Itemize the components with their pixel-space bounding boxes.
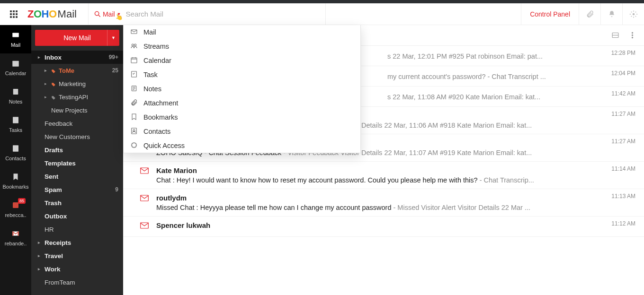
settings-button[interactable]: [622, 3, 644, 25]
rail-item-label: rebande..: [5, 241, 27, 246]
folder-label: ToMe: [59, 67, 74, 74]
notifications-button[interactable]: [600, 3, 622, 25]
avatar-icon: 85: [11, 201, 20, 210]
message-row[interactable]: Spencer lukwah 11:12 AM: [123, 217, 644, 237]
svg-rect-21: [13, 117, 18, 123]
scope-option-label: Contacts: [143, 128, 170, 135]
folder-travel[interactable]: ▸Travel: [31, 249, 123, 262]
folder-hr[interactable]: HR: [31, 223, 123, 236]
rail-item-mail[interactable]: Mail: [0, 25, 31, 53]
scope-option-attachment[interactable]: Attachment: [124, 96, 360, 110]
folder-count: 9: [115, 186, 118, 193]
svg-point-28: [632, 32, 633, 33]
rail-item-bookmarks[interactable]: Bookmarks: [0, 167, 31, 195]
streams-icon: [130, 42, 138, 51]
scope-option-mail[interactable]: Mail: [124, 25, 360, 39]
folder-new-customers[interactable]: New Customers: [31, 130, 123, 143]
folder-label: Sent: [45, 173, 58, 180]
envelope-icon: [140, 167, 150, 177]
folder-trash[interactable]: Trash: [31, 196, 123, 209]
message-from: routlydm: [156, 194, 635, 202]
svg-rect-4: [13, 13, 15, 15]
scope-option-contacts[interactable]: Contacts: [124, 124, 360, 139]
folder-inbox[interactable]: ▸Inbox99+: [31, 51, 123, 64]
folder-label: Drafts: [45, 147, 63, 154]
attachments-button[interactable]: [579, 3, 600, 25]
folder-label: TestingAPI: [59, 94, 88, 101]
svg-rect-36: [141, 168, 149, 174]
folder-feedback[interactable]: Feedback: [31, 117, 123, 130]
tag-icon: [51, 68, 56, 73]
folder-label: HR: [45, 226, 54, 233]
svg-rect-24: [13, 202, 18, 208]
folder-tome[interactable]: ▸ToMe25: [31, 64, 123, 77]
apps-launcher-button[interactable]: [0, 3, 27, 25]
rail-item-rebande-[interactable]: rebande..: [0, 224, 31, 252]
apps-grid-icon: [10, 10, 18, 18]
message-time: 12:04 PM: [611, 70, 635, 77]
folder-label: FromTeam: [45, 279, 75, 286]
folder-count: 99+: [109, 54, 118, 61]
scope-option-label: Calendar: [143, 57, 171, 64]
rail-item-contacts[interactable]: Contacts: [0, 139, 31, 167]
scope-option-task[interactable]: Task: [124, 68, 360, 82]
message-snippet: - Chat Transcrip...: [478, 176, 534, 184]
scope-option-label: Quick Access: [143, 142, 185, 149]
scope-option-calendar[interactable]: Calendar: [124, 53, 360, 68]
svg-rect-51: [132, 128, 137, 134]
scope-option-label: Mail: [143, 28, 156, 36]
chevron-right-icon: ▸: [38, 253, 43, 258]
rail-item-tasks[interactable]: Tasks: [0, 110, 31, 139]
bell-icon: [608, 10, 616, 18]
control-panel-link[interactable]: Control Panel: [521, 3, 579, 25]
rail-item-rebecca-[interactable]: 85 rebecca..: [0, 195, 31, 224]
folder-templates[interactable]: Templates: [31, 156, 123, 170]
folder-label: Receipts: [45, 239, 71, 246]
folder-fromteam[interactable]: FromTeam: [31, 276, 123, 289]
compose-button[interactable]: New Mail ▼: [35, 30, 119, 46]
notes-icon: [130, 85, 138, 94]
folder-testingapi[interactable]: ▸TestingAPI: [31, 90, 123, 104]
folder-work[interactable]: ▸Work: [31, 262, 123, 276]
folder-new-projects[interactable]: New Projects: [31, 104, 123, 117]
folder-spam[interactable]: Spam9: [31, 183, 123, 196]
scope-option-quick-access[interactable]: Quick Access: [124, 139, 360, 153]
rail-item-label: rebecca..: [5, 212, 26, 218]
folder-sent[interactable]: Sent: [31, 170, 123, 183]
message-time: 11:42 AM: [611, 90, 635, 97]
envelope-icon: [140, 195, 150, 204]
scope-option-notes[interactable]: Notes: [124, 82, 360, 96]
layout-toggle-button[interactable]: [610, 30, 620, 41]
scope-option-bookmarks[interactable]: Bookmarks: [124, 110, 360, 124]
folder-receipts[interactable]: ▸Receipts: [31, 236, 123, 249]
folder-label: New Customers: [45, 133, 90, 140]
paperclip-icon: [586, 10, 594, 18]
scope-option-label: Notes: [143, 85, 161, 93]
rail-item-label: Contacts: [5, 156, 26, 161]
folder-label: Trash: [45, 200, 62, 207]
search-input[interactable]: [121, 6, 325, 22]
message-row[interactable]: routlydm Missed Chat : Heyyya please tel…: [123, 189, 644, 217]
compose-more-button[interactable]: ▼: [107, 30, 119, 46]
scope-option-streams[interactable]: Streams: [124, 39, 360, 53]
app-header: ZOHO Mail Mail ▼ 👆 Control Panel: [0, 3, 644, 25]
svg-rect-39: [131, 30, 137, 34]
svg-point-9: [95, 11, 98, 15]
rail-item-calendar[interactable]: Calendar: [0, 53, 31, 82]
folder-sidebar: New Mail ▼ ▸Inbox99+▸ToMe25▸Marketing▸Te…: [31, 25, 123, 295]
task-icon: [130, 70, 138, 79]
folder-drafts[interactable]: Drafts: [31, 143, 123, 156]
envelope-icon: [140, 222, 150, 232]
search-icon: [94, 11, 101, 17]
folder-outbox[interactable]: Outbox: [31, 209, 123, 223]
message-row[interactable]: Kate Marion Chat : Hey! I would want to …: [123, 162, 644, 189]
message-subject: Missed Chat : Heyyya please tell me how …: [156, 204, 635, 211]
svg-rect-37: [141, 195, 149, 201]
rail-item-notes[interactable]: Notes: [0, 82, 31, 110]
folder-marketing[interactable]: ▸Marketing: [31, 77, 123, 90]
more-options-button[interactable]: [627, 30, 637, 41]
svg-rect-8: [16, 16, 18, 18]
message-time: 12:28 PM: [611, 50, 635, 56]
svg-rect-0: [10, 10, 12, 12]
folder-label: Travel: [45, 252, 63, 260]
